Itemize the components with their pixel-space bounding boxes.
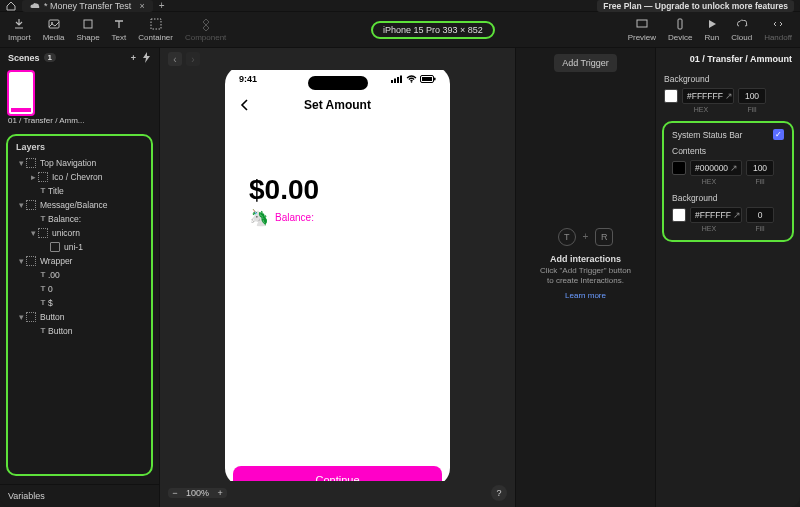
continue-button[interactable]: Continue <box>233 466 442 481</box>
svg-rect-6 <box>391 80 393 83</box>
add-trigger-button[interactable]: Add Trigger <box>554 54 617 72</box>
zoom-out-button[interactable]: − <box>168 488 182 498</box>
layers-panel: Layers ▾Top Navigation ▸Ico / Chevron TT… <box>6 134 153 476</box>
upgrade-banner[interactable]: Free Plan — Upgrade to unlock more featu… <box>597 0 794 12</box>
background-hex-input[interactable]: #FFFFFF↗ <box>682 88 734 104</box>
close-icon[interactable]: × <box>139 1 144 11</box>
layer-row-unicorn[interactable]: ▾unicorn <box>10 226 149 240</box>
toolbar-container[interactable]: Container <box>138 17 173 42</box>
layer-row-wrapper[interactable]: ▾Wrapper <box>10 254 149 268</box>
svg-rect-8 <box>397 77 399 83</box>
variables-panel-toggle[interactable]: Variables <box>0 484 159 507</box>
scene-flash-icon[interactable] <box>142 52 151 63</box>
toolbar-preview[interactable]: Preview <box>628 17 656 42</box>
toolbar-handoff[interactable]: Handoff <box>764 17 792 42</box>
scenes-panel-header: Scenes 1 + <box>0 48 159 67</box>
status-bar-checkbox[interactable]: ✓ <box>773 129 784 140</box>
toolbar-shape[interactable]: Shape <box>76 17 99 42</box>
status-background-hex-input[interactable]: #FFFFFF↗ <box>690 207 742 223</box>
background-swatch[interactable] <box>664 89 678 103</box>
preview-icon <box>635 17 649 31</box>
scenes-title: Scenes <box>8 53 40 63</box>
scenes-count: 1 <box>44 53 56 62</box>
layer-row-top-navigation[interactable]: ▾Top Navigation <box>10 156 149 170</box>
svg-rect-2 <box>84 20 92 28</box>
selection-header: 01 / Transfer / Ammount <box>656 48 800 70</box>
status-bar-title: System Status Bar <box>672 130 742 140</box>
phone-canvas[interactable]: 9:41 Set Amount $0.00 🦄 Balance: <box>225 70 450 481</box>
layer-row-title[interactable]: TTitle <box>10 184 149 198</box>
eyedropper-icon[interactable]: ↗ <box>730 163 738 173</box>
layer-row-dollar[interactable]: T$ <box>10 296 149 310</box>
interactions-sub2: to create Interactions. <box>540 276 631 286</box>
toolbar-run[interactable]: Run <box>705 17 720 42</box>
back-chevron-icon[interactable] <box>239 98 249 112</box>
status-right-icons <box>391 75 436 83</box>
status-time: 9:41 <box>239 74 257 84</box>
layer-row-0[interactable]: T0 <box>10 282 149 296</box>
canvas-back-button[interactable]: ‹ <box>168 52 182 66</box>
scene-thumbnail[interactable]: 01 / Transfer / Amm... <box>8 71 151 126</box>
layer-row-message-balance[interactable]: ▾Message/Balance <box>10 198 149 212</box>
layer-row-uni-1[interactable]: uni-1 <box>10 240 149 254</box>
run-icon <box>705 17 719 31</box>
wifi-icon <box>406 75 417 83</box>
trigger-chip-t: T <box>558 228 576 246</box>
interactions-heading: Add interactions <box>540 254 631 264</box>
eyedropper-icon[interactable]: ↗ <box>733 210 741 220</box>
zoom-control[interactable]: − 100% + <box>168 488 227 498</box>
toolbar-cloud[interactable]: Cloud <box>731 17 752 42</box>
text-icon <box>112 17 126 31</box>
toolbar-import[interactable]: Import <box>8 17 31 42</box>
add-tab-button[interactable]: + <box>159 0 165 11</box>
balance-label: Balance: <box>275 212 314 223</box>
scene-caption: 01 / Transfer / Amm... <box>8 117 151 126</box>
background-section-label: Background <box>656 70 800 86</box>
add-scene-button[interactable]: + <box>131 53 136 63</box>
handoff-icon <box>771 17 785 31</box>
device-size-badge[interactable]: iPhone 15 Pro 393 × 852 <box>371 21 495 39</box>
system-status-bar-section: System Status Bar ✓ Contents #000000↗ 10… <box>662 121 794 242</box>
component-icon <box>199 17 213 31</box>
document-tab[interactable]: * Money Transfer Test × <box>22 0 153 12</box>
contents-label: Contents <box>666 142 790 158</box>
shape-icon <box>81 17 95 31</box>
contents-swatch[interactable] <box>672 161 686 175</box>
cloud-upload-icon <box>735 17 749 31</box>
toolbar-text[interactable]: Text <box>112 17 127 42</box>
layer-row-ico-chevron[interactable]: ▸Ico / Chevron <box>10 170 149 184</box>
canvas-forward-button[interactable]: › <box>186 52 200 66</box>
interactions-sub1: Click "Add Trigger" button <box>540 266 631 276</box>
svg-rect-4 <box>637 20 647 27</box>
signal-icon <box>391 75 403 83</box>
amount-display: $0.00 <box>225 116 450 208</box>
status-background-label: Background <box>666 189 790 205</box>
toolbar-component: Component <box>185 17 226 42</box>
help-button[interactable]: ? <box>491 485 507 501</box>
interactions-placeholder: T + R Add interactions Click "Add Trigge… <box>540 228 631 300</box>
home-icon[interactable] <box>6 1 16 11</box>
eyedropper-icon[interactable]: ↗ <box>725 91 733 101</box>
zoom-in-button[interactable]: + <box>213 488 227 498</box>
svg-rect-7 <box>394 79 396 84</box>
toolbar-device[interactable]: Device <box>668 17 692 42</box>
tab-title: * Money Transfer Test <box>44 1 131 11</box>
layer-row-00[interactable]: T.00 <box>10 268 149 282</box>
layer-row-balance[interactable]: TBalance: <box>10 212 149 226</box>
contents-fill-input[interactable]: 100 <box>746 160 774 176</box>
import-icon <box>12 17 26 31</box>
status-background-fill-input[interactable]: 0 <box>746 207 774 223</box>
trigger-chip-r: R <box>595 228 613 246</box>
svg-rect-9 <box>400 76 402 84</box>
background-fill-input[interactable]: 100 <box>738 88 766 104</box>
layer-row-button-group[interactable]: ▾Button <box>10 310 149 324</box>
screen-title: Set Amount <box>239 98 436 112</box>
status-background-swatch[interactable] <box>672 208 686 222</box>
layer-row-button[interactable]: TButton <box>10 324 149 338</box>
device-icon <box>673 17 687 31</box>
learn-more-link[interactable]: Learn more <box>540 291 631 300</box>
toolbar-media[interactable]: Media <box>43 17 65 42</box>
battery-icon <box>420 75 436 83</box>
svg-point-10 <box>411 81 413 83</box>
contents-hex-input[interactable]: #000000↗ <box>690 160 742 176</box>
